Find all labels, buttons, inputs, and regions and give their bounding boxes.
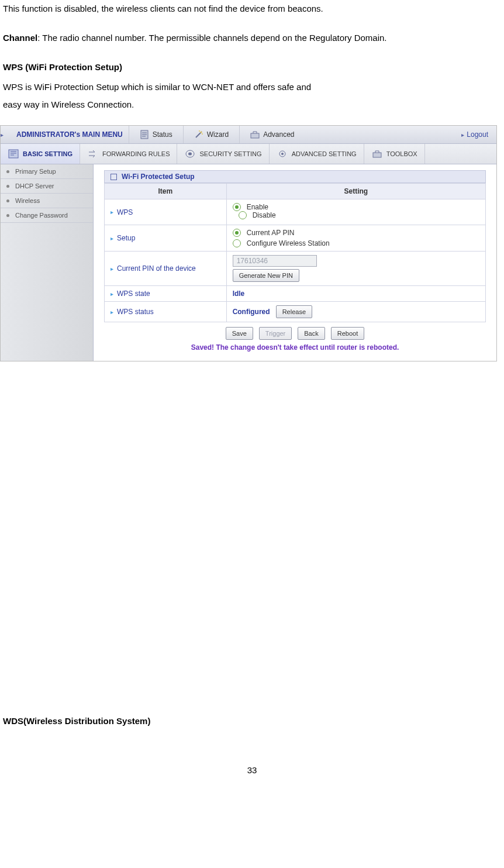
tab-forwarding[interactable]: FORWARDING RULES xyxy=(80,144,178,164)
tab-security[interactable]: SECURITY SETTING xyxy=(177,144,269,164)
panel-title: Wi-Fi Protected Setup xyxy=(122,173,195,181)
back-button[interactable]: Back xyxy=(298,327,325,340)
admin-title: ADMINISTRATOR's MAIN MENU xyxy=(6,130,129,139)
radio-icon xyxy=(239,211,247,219)
bullet-icon xyxy=(6,199,9,202)
tab-advanced-label: ADVANCED SETTING xyxy=(292,150,357,157)
heading-wps: WPS (WiFi Protection Setup) xyxy=(3,58,501,76)
gear-toolbox-icon xyxy=(250,130,260,139)
square-icon xyxy=(111,174,117,180)
tab-basic[interactable]: BASIC SETTING xyxy=(1,144,80,164)
sidebar-label: Wireless xyxy=(15,197,40,204)
para-channel: Channel: The radio channel number. The p… xyxy=(3,29,501,47)
logout-label: Logout xyxy=(467,130,488,139)
save-message: Saved! The change doesn't take effect un… xyxy=(104,342,486,355)
wand-icon xyxy=(194,130,203,139)
gear-icon xyxy=(277,149,288,159)
page-number: 33 xyxy=(0,765,504,775)
sidebar-item-password[interactable]: Change Password xyxy=(1,208,93,223)
svg-point-6 xyxy=(202,133,203,135)
top-wizard[interactable]: Wizard xyxy=(183,126,239,143)
svg-rect-8 xyxy=(9,150,18,158)
release-button[interactable]: Release xyxy=(276,305,312,318)
wps-enable-radio[interactable]: Enable xyxy=(233,203,479,211)
sidebar-label: Primary Setup xyxy=(15,168,56,175)
document-icon xyxy=(140,130,149,139)
radio-icon xyxy=(233,239,241,247)
svg-point-4 xyxy=(200,132,202,133)
heading-wds: WDS(Wireless Distribution System) xyxy=(3,712,501,730)
tab-toolbox[interactable]: TOOLBOX xyxy=(364,144,425,164)
radio-icon xyxy=(233,229,241,237)
bullet-icon xyxy=(6,214,9,217)
arrows-icon xyxy=(87,149,99,159)
save-button[interactable]: Save xyxy=(226,327,253,340)
sidebar-label: DHCP Server xyxy=(15,182,54,190)
wps-disable-radio[interactable]: Disable xyxy=(239,211,276,219)
reboot-button[interactable]: Reboot xyxy=(331,327,364,340)
top-status[interactable]: Status xyxy=(129,126,183,143)
note-icon xyxy=(8,149,19,159)
wps-status-value: Configured xyxy=(233,308,270,316)
doc-body: This function is disabled, the wireless … xyxy=(0,0,504,113)
row-pin-label: ▸Current PIN of the device xyxy=(111,264,220,273)
row-setup-label: ▸Setup xyxy=(111,234,220,242)
channel-label: Channel xyxy=(3,33,37,43)
top-bar: ▸ ADMINISTRATOR's MAIN MENU Status Wizar… xyxy=(1,126,496,144)
svg-point-5 xyxy=(199,130,200,132)
svg-rect-13 xyxy=(373,153,381,157)
col-setting: Setting xyxy=(226,184,485,199)
top-wizard-label: Wizard xyxy=(207,130,229,139)
pin-display: 17610346 xyxy=(233,255,317,267)
para-disabled: This function is disabled, the wireless … xyxy=(3,0,501,18)
setup-configure-radio[interactable]: Configure Wireless Station xyxy=(233,239,479,247)
sidebar-item-wireless[interactable]: Wireless xyxy=(1,194,93,208)
sidebar-label: Change Password xyxy=(15,212,68,219)
router-admin-ui: ▸ ADMINISTRATOR's MAIN MENU Status Wizar… xyxy=(0,125,497,361)
bullet-icon xyxy=(6,185,9,188)
row-wps-label: ▸WPS xyxy=(111,208,220,216)
svg-rect-7 xyxy=(251,133,259,138)
radio-icon xyxy=(233,203,241,211)
wps-state-value: Idle xyxy=(226,286,485,302)
button-row: Save Trigger Back Reboot xyxy=(104,322,486,342)
tab-advanced[interactable]: ADVANCED SETTING xyxy=(270,144,364,164)
logout-link[interactable]: ▸Logout xyxy=(453,130,496,139)
shield-icon xyxy=(184,149,196,159)
row-status-label: ▸WPS status xyxy=(111,308,220,316)
para-wps-a: WPS is WiFi Protection Setup which is si… xyxy=(3,78,501,96)
trigger-button[interactable]: Trigger xyxy=(259,327,292,340)
tab-toolbox-label: TOOLBOX xyxy=(386,150,417,157)
top-status-label: Status xyxy=(153,130,172,139)
para-wps-b: easy way in Wireless Connection. xyxy=(3,96,501,113)
svg-point-10 xyxy=(188,153,192,156)
setup-current-pin-radio[interactable]: Current AP PIN xyxy=(233,229,479,237)
sidebar-item-dhcp[interactable]: DHCP Server xyxy=(1,179,93,194)
toolbox-icon xyxy=(371,149,383,159)
generate-pin-button[interactable]: Generate New PIN xyxy=(233,269,299,282)
top-items: Status Wizard Advanced xyxy=(129,126,454,143)
caret-icon: ▸ xyxy=(1,132,4,138)
sidebar: Primary Setup DHCP Server Wireless Chang… xyxy=(1,164,94,361)
col-item: Item xyxy=(105,184,227,199)
sidebar-item-primary[interactable]: Primary Setup xyxy=(1,164,93,179)
channel-body: : The radio channel number. The permissi… xyxy=(37,33,386,43)
tab-forwarding-label: FORWARDING RULES xyxy=(102,150,170,157)
main-panel: Wi-Fi Protected Setup Item Setting ▸WPS … xyxy=(94,164,496,361)
settings-table: Item Setting ▸WPS Enable Disable ▸Setup xyxy=(104,183,486,322)
svg-point-12 xyxy=(281,153,284,155)
tab-basic-label: BASIC SETTING xyxy=(23,150,73,157)
bullet-icon xyxy=(6,170,9,173)
top-advanced-label: Advanced xyxy=(263,130,294,139)
panel-header: Wi-Fi Protected Setup xyxy=(104,170,486,183)
tab-security-label: SECURITY SETTING xyxy=(199,150,261,157)
tab-bar: BASIC SETTING FORWARDING RULES SECURITY … xyxy=(1,144,496,164)
row-state-label: ▸WPS state xyxy=(111,290,220,298)
top-advanced[interactable]: Advanced xyxy=(239,126,305,143)
caret-icon: ▸ xyxy=(461,132,464,138)
